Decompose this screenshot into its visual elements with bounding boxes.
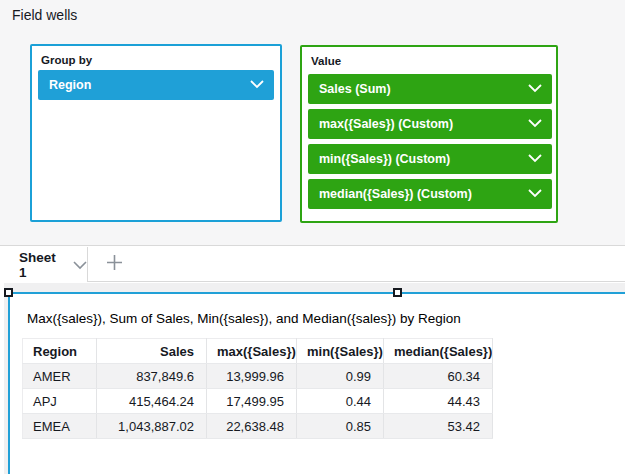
cell-min: 0.85 [297,414,384,439]
cell-median: 44.43 [384,389,493,414]
cell-median: 53.42 [384,414,493,439]
selection-handle-top-center[interactable] [393,288,402,297]
add-sheet-button[interactable] [96,247,132,282]
cell-sales: 1,043,887.02 [97,414,207,439]
cell-max: 17,499.95 [207,389,297,414]
value-field-pill-min-custom[interactable]: min({Sales}) (Custom) [308,144,552,174]
group-by-field-pill[interactable]: Region [38,70,274,100]
field-wells-panel: Field wells Group by Region Value Sales … [0,0,625,246]
table-header-row: Region Sales max({Sales}) min({Sales}) m… [23,339,493,364]
column-header-region: Region [23,339,97,364]
chevron-down-icon[interactable] [528,82,542,96]
column-header-min: min({Sales}) [297,339,384,364]
table-row: AMER 837,849.6 13,999.96 0.99 60.34 [23,364,493,389]
column-header-sales: Sales [97,339,207,364]
canvas-left-gutter [0,283,4,474]
field-wells-title: Field wells [12,7,77,23]
value-field-pill-median-custom[interactable]: median({Sales}) (Custom) [308,179,552,209]
chevron-down-icon[interactable] [528,187,542,201]
cell-region: EMEA [23,414,97,439]
value-field-pill-max-custom[interactable]: max({Sales}) (Custom) [308,109,552,139]
value-field-pill-label: max({Sales}) (Custom) [319,117,453,131]
cell-sales: 837,849.6 [97,364,207,389]
cell-region: APJ [23,389,97,414]
chevron-down-icon[interactable] [250,78,264,92]
cell-max: 13,999.96 [207,364,297,389]
chevron-down-icon[interactable] [528,152,542,166]
column-header-median: median({Sales}) [384,339,493,364]
value-field-pill-label: Sales (Sum) [319,82,391,96]
group-by-label: Group by [41,54,92,66]
visual-title: Max({sales}), Sum of Sales, Min({sales})… [27,311,461,326]
tab-sheet-1[interactable]: Sheet 1 [0,247,88,282]
value-field-pill-label: median({Sales}) (Custom) [319,187,472,201]
table-row: APJ 415,464.24 17,499.95 0.44 44.43 [23,389,493,414]
value-field-pill-label: min({Sales}) (Custom) [319,152,450,166]
sheet-canvas: Max({sales}), Sum of Sales, Min({sales})… [0,283,625,474]
group-by-field-pill-label: Region [49,78,91,92]
value-field-pill-sales-sum[interactable]: Sales (Sum) [308,74,552,104]
value-label: Value [311,55,341,67]
cell-region: AMER [23,364,97,389]
cell-max: 22,638.48 [207,414,297,439]
table-visual[interactable]: Max({sales}), Sum of Sales, Min({sales})… [8,292,625,474]
cell-min: 0.99 [297,364,384,389]
column-header-max: max({Sales}) [207,339,297,364]
table-row: EMEA 1,043,887.02 22,638.48 0.85 53.42 [23,414,493,439]
plus-icon [106,254,123,275]
cell-sales: 415,464.24 [97,389,207,414]
selection-handle-top-left[interactable] [4,288,13,297]
sheet-tab-bar: Sheet 1 [0,247,625,282]
cell-min: 0.44 [297,389,384,414]
value-well[interactable]: Value Sales (Sum) max({Sales}) (Custom) … [300,45,558,223]
group-by-well[interactable]: Group by Region [30,44,282,222]
chevron-down-icon[interactable] [73,256,87,274]
cell-median: 60.34 [384,364,493,389]
tab-sheet-1-label: Sheet 1 [19,250,66,280]
chevron-down-icon[interactable] [528,117,542,131]
data-table: Region Sales max({Sales}) min({Sales}) m… [22,338,493,439]
